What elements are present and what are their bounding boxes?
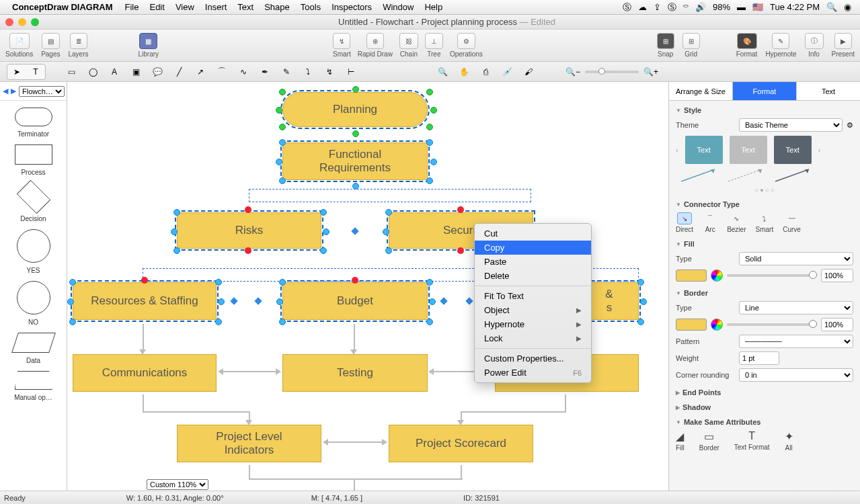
connector-tool[interactable]: ⤵ bbox=[299, 65, 317, 79]
menu-inspectors[interactable]: Inspectors bbox=[331, 2, 372, 12]
pointer-tool[interactable]: ➤ bbox=[7, 65, 26, 79]
tb-library[interactable]: ▦Library bbox=[139, 33, 159, 58]
node-budget[interactable]: Budget bbox=[282, 282, 428, 320]
handle[interactable] bbox=[276, 107, 282, 114]
menu-text[interactable]: Text bbox=[237, 2, 253, 12]
section-endpoints[interactable]: End Points bbox=[676, 388, 853, 396]
nav-fwd[interactable]: ▶ bbox=[11, 87, 16, 95]
tab-format[interactable]: Format bbox=[733, 82, 797, 100]
tb-solutions[interactable]: 📄Solutions bbox=[5, 33, 33, 58]
tb-present[interactable]: ▶Present bbox=[832, 33, 855, 58]
handle[interactable] bbox=[276, 159, 282, 165]
rect-tool[interactable]: ▭ bbox=[62, 65, 81, 79]
tb-tree[interactable]: ⊥Tree bbox=[425, 33, 443, 58]
app-name[interactable]: ConceptDraw DIAGRAM bbox=[12, 2, 113, 12]
minimize-button[interactable] bbox=[18, 18, 26, 26]
zoom-in[interactable]: 🔍+ bbox=[641, 65, 660, 79]
theme-next[interactable]: › bbox=[818, 146, 821, 154]
ctx-fit-to-text[interactable]: Fit To Text bbox=[475, 289, 591, 303]
handle[interactable] bbox=[430, 107, 437, 114]
tree-conn-tool[interactable]: ⊢ bbox=[342, 65, 360, 79]
ctx-hypernote[interactable]: Hypernote▶ bbox=[475, 317, 591, 331]
handle[interactable] bbox=[279, 89, 286, 95]
maximize-button[interactable] bbox=[31, 18, 39, 26]
node-risks[interactable]: Risks bbox=[177, 212, 321, 249]
menu-tools[interactable]: Tools bbox=[301, 2, 321, 12]
clock[interactable]: Tue 4:22 PM bbox=[770, 2, 820, 12]
conn-style-3[interactable] bbox=[774, 168, 812, 183]
zoom-tool[interactable]: 🔍 bbox=[433, 65, 452, 79]
ctx-cut[interactable]: Cut bbox=[475, 226, 591, 241]
same-fill[interactable]: ◢Fill bbox=[676, 430, 685, 452]
stencil-process[interactable]: Process bbox=[0, 144, 67, 176]
handle[interactable] bbox=[430, 159, 437, 165]
border-type[interactable]: Line bbox=[739, 301, 853, 314]
same-text-format[interactable]: TText Format bbox=[734, 430, 770, 452]
stencil-decision[interactable]: Decision bbox=[0, 183, 67, 222]
brush-tool[interactable]: 🖌 bbox=[519, 65, 538, 79]
ctx-object[interactable]: Object▶ bbox=[475, 303, 591, 317]
tb-info[interactable]: ⓘInfo bbox=[805, 33, 824, 58]
ctx-power-edit[interactable]: Power EditF6 bbox=[475, 366, 591, 380]
ctx-lock[interactable]: Lock▶ bbox=[475, 331, 591, 345]
theme-prev[interactable]: ‹ bbox=[676, 146, 678, 154]
zoom-select[interactable]: Custom 110% bbox=[147, 479, 208, 490]
gear-icon[interactable]: ⚙ bbox=[847, 121, 853, 130]
tb-rapid-draw[interactable]: ⊕Rapid Draw bbox=[358, 33, 393, 58]
handle[interactable] bbox=[352, 183, 359, 190]
zoom-slider[interactable] bbox=[585, 71, 639, 73]
menu-shape[interactable]: Shape bbox=[264, 2, 290, 12]
same-all[interactable]: ✦All bbox=[785, 430, 793, 452]
battery-icon[interactable]: ▬ bbox=[737, 2, 746, 12]
border-opacity-input[interactable] bbox=[821, 318, 853, 331]
conn-bezier[interactable]: ∿Bezier bbox=[727, 212, 746, 233]
stencil-terminator[interactable]: Terminator bbox=[0, 108, 67, 138]
section-shadow[interactable]: Shadow bbox=[676, 403, 853, 411]
fill-type[interactable]: Solid bbox=[739, 252, 853, 265]
dropbox-icon[interactable]: ⇪ bbox=[654, 2, 661, 12]
tab-arrange-size[interactable]: Arrange & Size bbox=[669, 82, 733, 100]
tb-pages[interactable]: ▤Pages bbox=[41, 33, 60, 58]
fill-opacity-slider[interactable] bbox=[727, 274, 817, 277]
freehand-tool[interactable]: ✎ bbox=[277, 65, 296, 79]
node-planning[interactable]: Planning bbox=[282, 92, 428, 127]
tb-snap[interactable]: ⊞Snap bbox=[657, 33, 674, 58]
ctx-delete[interactable]: Delete bbox=[475, 269, 591, 283]
handle[interactable] bbox=[426, 139, 433, 146]
conn-smart[interactable]: ⤵Smart bbox=[755, 212, 773, 233]
arc-tool[interactable]: ⌒ bbox=[212, 65, 231, 79]
handle[interactable] bbox=[426, 89, 433, 95]
node-funcreq[interactable]: Functional Requirements bbox=[282, 142, 428, 180]
skype2-icon[interactable]: Ⓢ bbox=[668, 1, 676, 13]
border-pattern[interactable]: ─────── bbox=[739, 335, 853, 348]
conn-style-2[interactable] bbox=[727, 168, 765, 183]
skype-icon[interactable]: Ⓢ bbox=[623, 1, 631, 13]
handle[interactable] bbox=[352, 130, 359, 137]
handle[interactable] bbox=[426, 177, 433, 184]
spline-tool[interactable]: ∿ bbox=[234, 65, 253, 79]
handle[interactable] bbox=[279, 139, 286, 146]
siri-icon[interactable]: ◉ bbox=[844, 2, 851, 12]
pen-tool[interactable]: ✒ bbox=[256, 65, 274, 79]
node-resources[interactable]: Resources & Staffing bbox=[73, 282, 217, 320]
wifi-icon[interactable]: ⌔ bbox=[683, 2, 689, 12]
tab-text[interactable]: Text bbox=[797, 82, 860, 100]
conn-direct[interactable]: ↘Direct bbox=[676, 212, 693, 233]
line-tool[interactable]: ╱ bbox=[169, 65, 188, 79]
close-button[interactable] bbox=[5, 18, 13, 26]
stencil-no[interactable]: NO bbox=[0, 281, 67, 326]
flag-icon[interactable]: 🇺🇸 bbox=[752, 2, 763, 12]
ellipse-tool[interactable]: ◯ bbox=[83, 65, 102, 79]
theme-card[interactable]: Text bbox=[685, 136, 723, 164]
battery-pct[interactable]: 98% bbox=[713, 2, 730, 12]
tb-layers[interactable]: ≣Layers bbox=[69, 33, 89, 58]
handle[interactable] bbox=[352, 86, 359, 93]
ctx-copy[interactable]: Copy bbox=[475, 241, 591, 255]
handle[interactable] bbox=[279, 124, 286, 130]
conn-style-1[interactable] bbox=[680, 168, 717, 183]
stencil-select[interactable]: Flowch… bbox=[19, 86, 65, 97]
frame-tool[interactable]: ▣ bbox=[126, 65, 145, 79]
node-scorecard[interactable]: Project Scorecard bbox=[389, 425, 533, 462]
stamp-tool[interactable]: ⎙ bbox=[476, 65, 495, 79]
border-opacity-slider[interactable] bbox=[727, 323, 817, 326]
